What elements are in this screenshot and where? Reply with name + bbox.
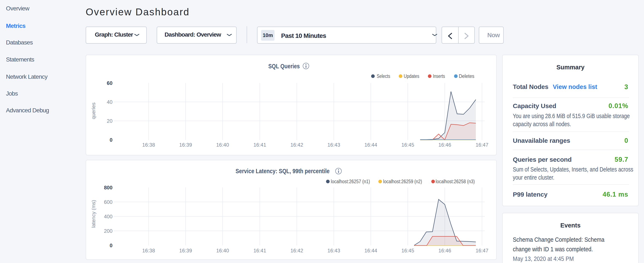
svg-text:600: 600 [104, 199, 112, 205]
svg-text:16:38: 16:38 [142, 248, 155, 253]
svg-text:16:44: 16:44 [364, 142, 377, 148]
svg-text:Updates: Updates [404, 73, 419, 79]
svg-text:16:47: 16:47 [476, 142, 488, 148]
svg-text:Service Latency: SQL, 99th per: Service Latency: SQL, 99th percentile [236, 168, 330, 174]
svg-text:16:45: 16:45 [402, 248, 414, 253]
svg-text:SQL Queries: SQL Queries [268, 63, 300, 70]
svg-text:16:39: 16:39 [179, 248, 192, 253]
svg-text:Selects: Selects [377, 73, 390, 79]
svg-text:16:43: 16:43 [328, 248, 340, 253]
svg-text:16:47: 16:47 [476, 248, 488, 253]
svg-text:16:39: 16:39 [179, 142, 192, 148]
svg-text:800: 800 [104, 185, 112, 190]
svg-text:20: 20 [107, 118, 112, 124]
svg-text:16:42: 16:42 [290, 248, 303, 253]
svg-text:16:46: 16:46 [438, 248, 451, 253]
svg-text:localhost:26259 (n2): localhost:26259 (n2) [383, 179, 422, 184]
svg-text:200: 200 [104, 228, 112, 234]
svg-text:400: 400 [104, 214, 112, 219]
svg-text:16:40: 16:40 [216, 248, 229, 253]
svg-text:16:38: 16:38 [142, 142, 155, 148]
svg-text:queries: queries [90, 103, 96, 119]
svg-text:0: 0 [110, 242, 112, 248]
svg-text:16:40: 16:40 [216, 142, 229, 148]
svg-text:latency (ms): latency (ms) [90, 200, 96, 228]
svg-text:60: 60 [107, 80, 112, 86]
svg-text:16:41: 16:41 [254, 142, 266, 148]
svg-text:0: 0 [110, 137, 112, 143]
svg-text:16:45: 16:45 [402, 142, 414, 148]
svg-text:localhost:26258 (n3): localhost:26258 (n3) [436, 179, 475, 184]
svg-text:16:46: 16:46 [438, 142, 451, 148]
svg-text:40: 40 [107, 99, 112, 105]
svg-text:16:42: 16:42 [290, 142, 303, 148]
svg-text:16:44: 16:44 [364, 248, 377, 253]
svg-text:localhost:26257 (n1): localhost:26257 (n1) [331, 179, 370, 184]
svg-text:16:43: 16:43 [328, 142, 340, 148]
svg-text:Deletes: Deletes [459, 73, 474, 79]
svg-text:16:41: 16:41 [254, 248, 266, 253]
svg-text:Inserts: Inserts [433, 73, 445, 79]
